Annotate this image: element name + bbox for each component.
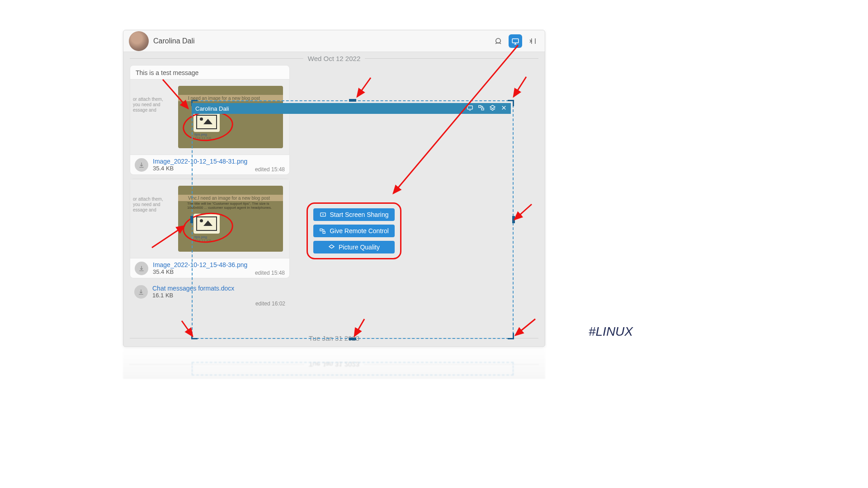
monitor-icon[interactable] (467, 104, 473, 113)
date-text: Tue Jan 31 2023 (309, 334, 359, 342)
edited-label: edited 16:02 (255, 300, 285, 307)
message-bubble: This is a test message or attach them, y… (130, 65, 290, 175)
contact-name: Carolina Dali (153, 37, 195, 45)
file-size: 16.1 KB (152, 292, 234, 299)
avatar[interactable] (129, 31, 149, 51)
hashtag-label: #LINUX (589, 324, 633, 339)
svg-rect-1 (512, 38, 519, 42)
date-separator: Tue Jan 31 2023 (123, 332, 545, 345)
give-remote-control-button[interactable]: Give Remote Control (313, 225, 395, 237)
edited-label: edited 15:48 (255, 270, 285, 276)
message-bubble: or attach them, you need and essage and … (130, 178, 290, 278)
svg-rect-7 (323, 231, 325, 233)
share-buttons-panel: Start Screen Sharing Give Remote Control… (307, 202, 401, 259)
window-reflection: Tue Jan 31 2023 (123, 347, 545, 379)
svg-point-0 (496, 38, 501, 43)
message-image-preview[interactable]: or attach them, you need and essage and … (130, 79, 289, 155)
start-screen-sharing-button[interactable]: Start Screen Sharing (313, 208, 395, 221)
download-icon[interactable] (135, 262, 148, 275)
panel-collapse-icon[interactable] (526, 34, 539, 48)
message-image-preview[interactable]: or attach them, you need and essage and … (130, 179, 289, 258)
message-text: This is a test message (130, 66, 289, 79)
edited-label: edited 15:48 (255, 166, 285, 173)
chat-header: Carolina Dali (123, 30, 545, 52)
screen-share-titlebar[interactable]: Carolina Dali (192, 103, 511, 114)
quality-icon[interactable] (489, 104, 496, 113)
inner-chat-line: I need an image for a new blog post (178, 95, 283, 101)
date-separator: Wed Oct 12 2022 (123, 52, 545, 65)
svg-rect-3 (479, 106, 481, 108)
inner-chat-line2: The title will be "Customer support tips… (187, 202, 278, 210)
file-size: 35.4 KB (153, 165, 247, 172)
share-title: Carolina Dali (195, 105, 229, 112)
file-name[interactable]: Chat messages formats.docx (152, 285, 234, 292)
svg-rect-6 (320, 229, 322, 230)
screen-share-icon[interactable] (509, 34, 522, 48)
file-name[interactable]: Image_2022-10-12_15-48-36.png (153, 261, 247, 268)
remote-icon[interactable] (478, 104, 485, 113)
chat-history-icon[interactable] (491, 34, 505, 48)
download-icon[interactable] (134, 285, 148, 299)
date-text: Wed Oct 12 2022 (308, 55, 360, 62)
clipped-text: or attach them, you need and essage and (130, 95, 167, 115)
picture-quality-button[interactable]: Picture Quality (313, 241, 395, 253)
svg-rect-4 (481, 108, 484, 110)
download-icon[interactable] (135, 158, 148, 172)
chat-window: Carolina Dali Wed Oct 12 2022 This is a … (123, 30, 545, 347)
file-name[interactable]: Image_2022-10-12_15-48-31.png (153, 158, 247, 165)
file-attachment: Chat messages formats.docx 16.1 KB edite… (130, 282, 290, 306)
file-size: 35.4 KB (153, 268, 247, 275)
inner-chat-line: Vinc. I need an image for a new blog pos… (178, 195, 283, 201)
svg-rect-2 (467, 106, 472, 109)
close-icon[interactable] (500, 104, 507, 113)
clipped-text: or attach them, you need and essage and (130, 195, 167, 215)
